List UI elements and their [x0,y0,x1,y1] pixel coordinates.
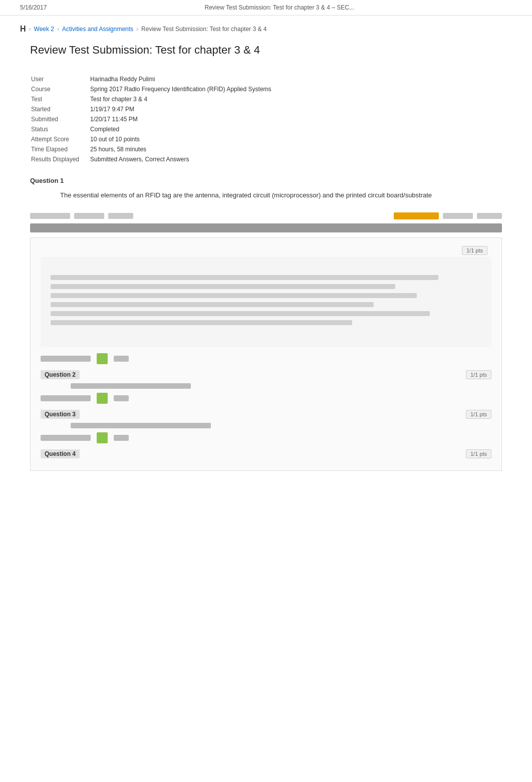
info-table: User Harinadha Reddy Pulimi Course Sprin… [30,74,283,165]
q1-answer-box: 1/1 pts Question 2 1/1 pts [30,237,502,471]
q4-score-label: 1/1 pts [466,449,491,458]
breadcrumb: H › Week 2 › Activities and Assignments … [0,16,532,39]
breadcrumb-current: Review Test Submission: Test for chapter… [141,26,267,33]
info-row-attempt: Attempt Score 10 out of 10 points [31,135,282,144]
blurred-nav-3 [108,213,133,219]
q4-label: Question 4 [41,449,80,458]
breadcrumb-sep1: › [29,26,31,33]
info-row-started: Started 1/19/17 9:47 PM [31,105,282,114]
info-row-test: Test Test for chapter 3 & 4 [31,95,282,104]
info-value-started: 1/19/17 9:47 PM [90,105,282,114]
info-label-status: Status [31,125,89,134]
info-row-course: Course Spring 2017 Radio Frequency Ident… [31,85,282,94]
q4-row-header: Question 4 1/1 pts [41,449,491,458]
q3-option-row [41,432,491,443]
blurred-nav-5 [477,213,502,219]
blurred-nav-highlight [394,212,439,219]
info-value-results: Submitted Answers, Correct Answers [90,155,282,164]
blurred-bar-full [30,223,502,232]
info-value-test: Test for chapter 3 & 4 [90,95,282,104]
q1-option-row-1 [41,353,491,364]
question-1-text: The essential elements of an RFID tag ar… [60,190,502,200]
page-title: Review Test Submission: Test for chapter… [30,44,502,62]
q3-blurred-text [41,423,491,428]
breadcrumb-week[interactable]: Week 2 [34,26,54,33]
breadcrumb-sep3: › [136,26,138,33]
info-value-submitted: 1/20/17 11:45 PM [90,115,282,124]
blurred-nav-1 [30,213,70,219]
info-row-elapsed: Time Elapsed 25 hours, 58 minutes [31,145,282,154]
q3-option-label-blurred [41,435,91,441]
info-label-started: Started [31,105,89,114]
q3-label: Question 3 [41,410,80,419]
info-label-attempt: Attempt Score [31,135,89,144]
blurred-nav-2 [74,213,104,219]
q3-row-header: Question 3 1/1 pts [41,410,491,419]
info-row-status: Status Completed [31,125,282,134]
info-row-submitted: Submitted 1/20/17 11:45 PM [31,115,282,124]
main-content: Review Test Submission: Test for chapter… [0,39,532,495]
q2-blurred-text [41,383,491,389]
breadcrumb-activities[interactable]: Activities and Assignments [62,26,133,33]
breadcrumb-sep2: › [57,26,59,33]
top-bar-title: Review Test Submission: Test for chapter… [205,4,354,11]
q1-correct-icon [97,353,108,364]
info-label-elapsed: Time Elapsed [31,145,89,154]
q2-option-row [41,393,491,404]
blurred-nav-4 [443,213,473,219]
q1-answer-content-blurred [41,257,491,347]
info-label-course: Course [31,85,89,94]
q1-score-area: 1/1 pts [41,246,491,255]
info-value-elapsed: 25 hours, 58 minutes [90,145,282,154]
info-row-results: Results Displayed Submitted Answers, Cor… [31,155,282,164]
q3-option-extra [114,435,129,441]
question-1-section: Question 1 The essential elements of an … [30,177,502,200]
q2-option-label-blurred [41,395,91,401]
q1-option-label-blurred-1 [41,356,91,362]
info-value-attempt: 10 out of 10 points [90,135,282,144]
top-bar: 5/16/2017 Review Test Submission: Test f… [0,0,532,16]
info-value-status: Completed [90,125,282,134]
q3-score-label: 1/1 pts [466,410,491,419]
breadcrumb-home[interactable]: H [20,25,26,34]
info-value-course: Spring 2017 Radio Frequency Identificati… [90,85,282,94]
q2-label: Question 2 [41,370,80,379]
q2-score-label: 1/1 pts [466,370,491,379]
info-row-user: User Harinadha Reddy Pulimi [31,75,282,84]
q1-score-label: 1/1 pts [462,246,487,255]
q1-option-extra-1 [114,356,129,362]
info-value-user: Harinadha Reddy Pulimi [90,75,282,84]
q2-correct-icon [97,393,108,404]
top-bar-date: 5/16/2017 [20,4,47,11]
q1-blurred-nav [30,210,502,221]
info-label-test: Test [31,95,89,104]
question-1-label: Question 1 [30,177,502,184]
info-label-results: Results Displayed [31,155,89,164]
q2-option-extra [114,395,129,401]
info-label-submitted: Submitted [31,115,89,124]
info-label-user: User [31,75,89,84]
q3-correct-icon [97,432,108,443]
q2-row-header: Question 2 1/1 pts [41,370,491,379]
